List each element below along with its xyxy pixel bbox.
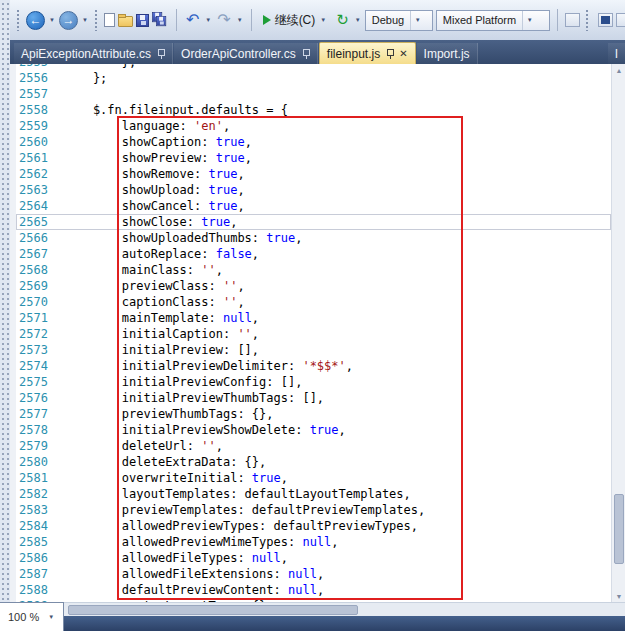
navigate-backward-button[interactable]: ← — [26, 11, 45, 30]
code-line[interactable]: 2562 showRemove: true, — [16, 166, 611, 182]
continue-label: 继续(C) — [275, 12, 316, 29]
code-text: initialPreviewShowDelete: true, — [56, 422, 346, 438]
redo-button[interactable]: ↷ — [215, 12, 232, 28]
code-line[interactable]: 2587 allowedFileExtensions: null, — [16, 566, 611, 582]
pin-icon[interactable] — [386, 49, 394, 59]
misc-tool-window-icon[interactable] — [598, 13, 613, 27]
save-all-icon[interactable] — [152, 12, 169, 28]
code-line[interactable]: 2584 allowedPreviewTypes: defaultPreview… — [16, 518, 611, 534]
combo-dropdown-icon[interactable]: ▼ — [410, 11, 424, 30]
code-line[interactable]: 2580 deleteExtraData: {}, — [16, 454, 611, 470]
scroll-down-icon[interactable]: ▼ — [612, 590, 625, 602]
code-line[interactable]: 2573 initialPreview: [], — [16, 342, 611, 358]
tab-i[interactable]: I — [608, 43, 625, 64]
tab-orderapicontroller-cs[interactable]: OrderApiController.cs — [174, 43, 318, 64]
code-text: autoReplace: false, — [56, 246, 259, 262]
code-text: allowedFileExtensions: null, — [56, 566, 324, 582]
code-line[interactable]: 2556 }; — [16, 70, 611, 86]
horizontal-scrollbar-thumb[interactable] — [68, 605, 358, 615]
code-editor[interactable]: 2555 };2556 };25572558 $.fn.fileinput.de… — [10, 64, 625, 602]
code-line[interactable]: 2582 layoutTemplates: defaultLayoutTempl… — [16, 486, 611, 502]
code-line[interactable]: 2574 initialPreviewDelimiter: '*$$*', — [16, 358, 611, 374]
line-number: 2561 — [16, 150, 56, 166]
code-line[interactable]: 2576 initialPreviewThumbTags: [], — [16, 390, 611, 406]
zoom-combo[interactable]: 100 % ▼ — [0, 602, 64, 631]
code-line[interactable]: 2568 mainClass: '', — [16, 262, 611, 278]
debug-configuration-value: Debug — [372, 14, 404, 26]
scroll-up-icon[interactable]: ▲ — [612, 64, 625, 76]
toolbar-grip[interactable] — [94, 9, 99, 31]
status-bar — [64, 616, 625, 631]
code-text: showUploadedThumbs: true, — [56, 230, 302, 246]
horizontal-scrollbar[interactable] — [64, 602, 625, 616]
code-text: captionClass: '', — [56, 294, 245, 310]
pin-icon[interactable] — [157, 49, 165, 59]
redo-dropdown-icon[interactable]: ▼ — [236, 17, 244, 23]
code-line[interactable]: 2588 defaultPreviewContent: null, — [16, 582, 611, 598]
code-line[interactable]: 2566 showUploadedThumbs: true, — [16, 230, 611, 246]
tab-label: Import.js — [424, 47, 470, 61]
code-line[interactable]: 2579 deleteUrl: '', — [16, 438, 611, 454]
code-line[interactable]: 2577 previewThumbTags: {}, — [16, 406, 611, 422]
misc-tool-icon[interactable] — [565, 13, 580, 27]
continue-dropdown-icon[interactable]: ▼ — [319, 17, 327, 23]
code-text: deleteExtraData: {}, — [56, 454, 266, 470]
restart-dropdown-icon[interactable]: ▼ — [354, 17, 362, 23]
undo-button[interactable]: ↶ — [184, 12, 201, 28]
vertical-scrollbar-thumb[interactable] — [614, 494, 624, 564]
new-file-icon[interactable] — [104, 13, 115, 27]
tab-import-js[interactable]: Import.js — [417, 43, 478, 64]
vertical-scrollbar[interactable]: ▲ ▼ — [611, 64, 625, 602]
code-text: initialPreviewDelimiter: '*$$*', — [56, 358, 353, 374]
code-text: initialCaption: '', — [56, 326, 259, 342]
code-line[interactable]: 2565 showClose: true, — [16, 214, 611, 230]
debug-configuration-combo[interactable]: Debug ▼ — [365, 10, 433, 31]
code-line[interactable]: 2586 allowedFileTypes: null, — [16, 550, 611, 566]
line-number: 2559 — [16, 118, 56, 134]
platform-combo[interactable]: Mixed Platform ▼ — [436, 10, 550, 31]
code-line[interactable]: 2563 showUpload: true, — [16, 182, 611, 198]
combo-dropdown-icon[interactable]: ▼ — [522, 11, 536, 30]
code-text: previewClass: '', — [56, 278, 245, 294]
open-file-icon[interactable] — [118, 16, 133, 27]
code-line[interactable]: 2575 initialPreviewConfig: [], — [16, 374, 611, 390]
code-line[interactable]: 2557 — [16, 86, 611, 102]
line-number: 2582 — [16, 486, 56, 502]
code-line[interactable]: 2585 allowedPreviewMimeTypes: null, — [16, 534, 611, 550]
toolbar-grip[interactable] — [585, 9, 590, 31]
restart-button[interactable]: ↻ — [334, 12, 351, 28]
code-line[interactable]: 2578 initialPreviewShowDelete: true, — [16, 422, 611, 438]
code-line[interactable]: 2583 previewTemplates: defaultPreviewTem… — [16, 502, 611, 518]
code-line[interactable]: 2581 overwriteInitial: true, — [16, 470, 611, 486]
close-icon[interactable]: ✕ — [399, 49, 407, 59]
navigate-forward-button[interactable]: → — [59, 11, 78, 30]
navigate-forward-dropdown-icon[interactable]: ▼ — [81, 17, 89, 23]
line-number: 2565 — [16, 214, 56, 230]
line-number: 2573 — [16, 342, 56, 358]
zoom-dropdown-icon[interactable]: ▼ — [47, 614, 55, 620]
continue-button[interactable]: 继续(C) ▼ — [259, 10, 332, 31]
code-line[interactable]: 2567 autoReplace: false, — [16, 246, 611, 262]
code-line[interactable]: 2561 showPreview: true, — [16, 150, 611, 166]
toolbar-separator — [176, 9, 177, 31]
code-line[interactable]: 2572 initialCaption: '', — [16, 326, 611, 342]
pin-icon[interactable] — [302, 49, 310, 59]
code-line[interactable]: 2560 showCaption: true, — [16, 134, 611, 150]
code-line[interactable]: 2570 captionClass: '', — [16, 294, 611, 310]
toolbar-grip[interactable] — [16, 9, 21, 31]
code-line[interactable]: 2569 previewClass: '', — [16, 278, 611, 294]
save-icon[interactable] — [136, 14, 149, 27]
line-number: 2575 — [16, 374, 56, 390]
code-line[interactable]: 2558 $.fn.fileinput.defaults = { — [16, 102, 611, 118]
line-number: 2567 — [16, 246, 56, 262]
undo-dropdown-icon[interactable]: ▼ — [204, 17, 212, 23]
code-text: showCaption: true, — [56, 134, 252, 150]
code-line[interactable]: 2559 language: 'en', — [16, 118, 611, 134]
code-line[interactable]: 2571 mainTemplate: null, — [16, 310, 611, 326]
code-text: showCancel: true, — [56, 198, 245, 214]
code-line[interactable]: 2564 showCancel: true, — [16, 198, 611, 214]
navigate-backward-dropdown-icon[interactable]: ▼ — [48, 17, 56, 23]
misc-tool-icon-clipped[interactable] — [616, 13, 625, 27]
tab-fileinput-js[interactable]: fileinput.js✕ — [319, 42, 416, 64]
tab-apiexceptionattribute-cs[interactable]: ApiExceptionAttribute.cs — [14, 43, 173, 64]
